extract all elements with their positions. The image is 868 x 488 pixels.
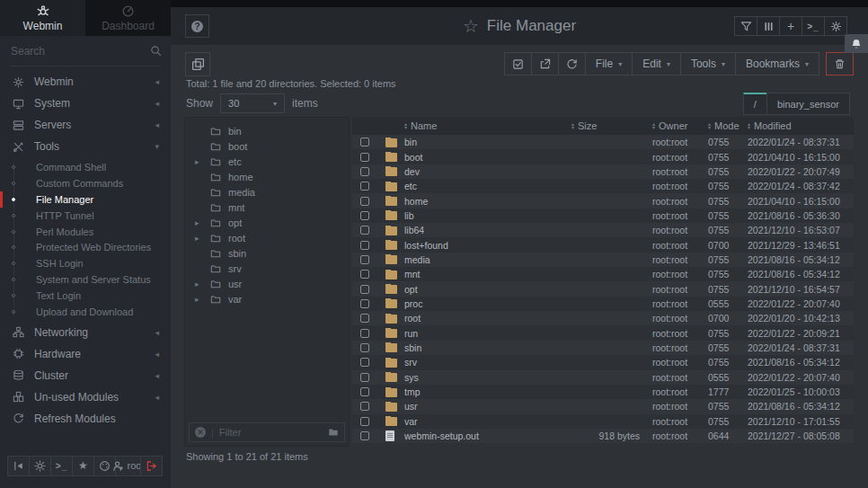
notifications-tab[interactable] <box>845 34 868 53</box>
night-mode-button[interactable] <box>29 456 51 476</box>
file-name[interactable]: sbin <box>404 342 571 353</box>
sidebar-item-upload-and-download[interactable]: Upload and Download <box>0 304 171 320</box>
tree-item-media[interactable]: media <box>185 184 349 200</box>
refresh-button[interactable] <box>558 52 586 75</box>
row-checkbox[interactable] <box>360 431 369 440</box>
table-row[interactable]: sysroot:root05552022/01/22 - 20:07:40 <box>352 370 854 385</box>
trash-button[interactable] <box>826 52 854 75</box>
sort-icon[interactable]: ▴▾ <box>748 122 750 130</box>
clear-filter-icon[interactable]: ✕ <box>195 427 206 438</box>
tree-item-usr[interactable]: ▸usr <box>185 276 349 291</box>
sidebar-item-servers[interactable]: Servers◂ <box>0 114 171 136</box>
sidebar-item-system[interactable]: System◂ <box>0 93 171 114</box>
sidebar-item-file-manager[interactable]: File Manager <box>0 191 171 208</box>
tree-item-root[interactable]: ▸root <box>185 230 349 245</box>
file-name[interactable]: media <box>404 254 571 265</box>
file-name[interactable]: root <box>404 313 571 324</box>
row-checkbox[interactable] <box>360 299 369 308</box>
tree-item-srv[interactable]: srv <box>185 261 349 276</box>
tab-dashboard[interactable]: Dashboard <box>85 0 171 36</box>
table-row[interactable]: etcroot:root07552022/01/24 - 08:37:42 <box>352 179 854 193</box>
sidebar-item-ssh-login[interactable]: SSH Login <box>0 255 171 271</box>
sidebar-item-networking[interactable]: Networking◂ <box>0 322 171 343</box>
file-name[interactable]: boot <box>404 152 571 163</box>
table-row[interactable]: optroot:root07552021/12/10 - 16:54:57 <box>352 281 854 296</box>
table-row[interactable]: lost+foundroot:root07002021/12/29 - 13:4… <box>352 237 854 252</box>
edit-menu-button[interactable]: Edit▾ <box>632 52 681 75</box>
file-name[interactable]: lib <box>404 210 571 221</box>
tree-filter-input[interactable] <box>219 427 323 438</box>
expand-arrow-icon[interactable]: ▸ <box>195 279 199 288</box>
file-name[interactable]: bin <box>404 137 571 147</box>
tree-item-var[interactable]: ▸var <box>185 291 349 306</box>
file-name[interactable]: etc <box>404 181 571 191</box>
file-name[interactable]: home <box>404 196 571 207</box>
search-input[interactable] <box>11 45 150 58</box>
file-name[interactable]: lost+found <box>404 240 571 251</box>
sidebar-item-custom-commands[interactable]: Custom Commands <box>0 175 171 191</box>
sidebar-item-webmin[interactable]: Webmin◂ <box>0 71 171 93</box>
row-checkbox[interactable] <box>360 138 369 146</box>
terminal-button[interactable]: >_ <box>802 16 825 36</box>
sidebar-item-command-shell[interactable]: Command Shell <box>0 159 171 175</box>
favorites-button[interactable]: ★ <box>72 456 94 476</box>
table-row[interactable]: procroot:root05552022/01/22 - 20:07:40 <box>352 297 854 311</box>
tree-item-mnt[interactable]: mnt <box>185 200 349 215</box>
sidebar-item-http-tunnel[interactable]: HTTP Tunnel <box>0 208 171 224</box>
row-checkbox[interactable] <box>360 387 369 396</box>
path-tab-root[interactable]: / <box>743 93 767 115</box>
sidebar-item-perl-modules[interactable]: Perl Modules <box>0 224 171 240</box>
file-name[interactable]: run <box>404 328 571 339</box>
user-button[interactable]: root <box>115 456 141 476</box>
row-checkbox[interactable] <box>360 197 369 206</box>
row-checkbox[interactable] <box>360 241 369 250</box>
shell-button[interactable]: >_ <box>50 456 73 476</box>
file-name[interactable]: tmp <box>404 386 571 397</box>
tree-item-boot[interactable]: boot <box>185 138 349 154</box>
sidebar-item-text-login[interactable]: Text Login <box>0 288 171 304</box>
table-row[interactable]: bootroot:root07552021/04/10 - 16:15:00 <box>352 149 854 164</box>
logout-button[interactable] <box>140 456 163 476</box>
file-name[interactable]: mnt <box>404 269 571 279</box>
column-owner[interactable]: Owner <box>659 120 687 131</box>
table-row[interactable]: homeroot:root07552021/04/10 - 16:15:00 <box>352 193 854 208</box>
filter-button[interactable] <box>734 16 757 36</box>
file-name[interactable]: webmin-setup.out <box>404 430 571 441</box>
file-name[interactable]: srv <box>404 357 571 368</box>
table-row[interactable]: mediaroot:root07552021/08/16 - 05:34:12 <box>352 253 854 267</box>
table-row[interactable]: srvroot:root07552021/08/16 - 05:34:12 <box>352 355 854 369</box>
row-checkbox[interactable] <box>360 211 369 220</box>
paste-buffer-button[interactable] <box>185 52 210 76</box>
select-all-button[interactable] <box>504 52 532 75</box>
file-name[interactable]: usr <box>404 401 571 412</box>
settings-button[interactable] <box>824 16 847 36</box>
tree-item-opt[interactable]: ▸opt <box>185 215 349 230</box>
file-name[interactable]: var <box>404 416 571 427</box>
row-checkbox[interactable] <box>360 329 369 338</box>
row-checkbox[interactable] <box>360 358 369 367</box>
row-checkbox[interactable] <box>360 343 369 352</box>
row-checkbox[interactable] <box>360 314 369 323</box>
tree-item-sbin[interactable]: sbin <box>185 245 349 261</box>
row-checkbox[interactable] <box>360 270 369 279</box>
export-button[interactable] <box>531 52 559 75</box>
sidebar-item-un-used-modules[interactable]: Un-used Modules◂ <box>0 386 171 408</box>
column-size[interactable]: Size <box>578 120 597 131</box>
expand-arrow-icon[interactable]: ▸ <box>195 157 199 166</box>
table-row[interactable]: mntroot:root07552021/08/16 - 05:34:12 <box>352 267 854 281</box>
tree-item-bin[interactable]: bin <box>185 123 349 138</box>
file-name[interactable]: dev <box>404 166 571 177</box>
row-checkbox[interactable] <box>360 417 369 426</box>
help-button[interactable]: ? <box>185 14 209 38</box>
row-checkbox[interactable] <box>360 373 369 382</box>
search-icon[interactable] <box>150 45 162 57</box>
sort-icon[interactable]: ▴▾ <box>404 122 407 130</box>
sidebar-item-protected-web-directories[interactable]: Protected Web Directories <box>0 239 171 255</box>
sort-icon[interactable]: ▴▾ <box>708 122 711 130</box>
collapse-sidebar-button[interactable] <box>7 456 30 476</box>
sidebar-item-refresh-modules[interactable]: Refresh Modules <box>0 408 171 430</box>
column-mode[interactable]: Mode <box>714 120 740 131</box>
file-name[interactable]: proc <box>404 298 571 309</box>
show-count-select[interactable]: 30 ▾ <box>220 93 285 113</box>
row-checkbox[interactable] <box>360 255 369 264</box>
